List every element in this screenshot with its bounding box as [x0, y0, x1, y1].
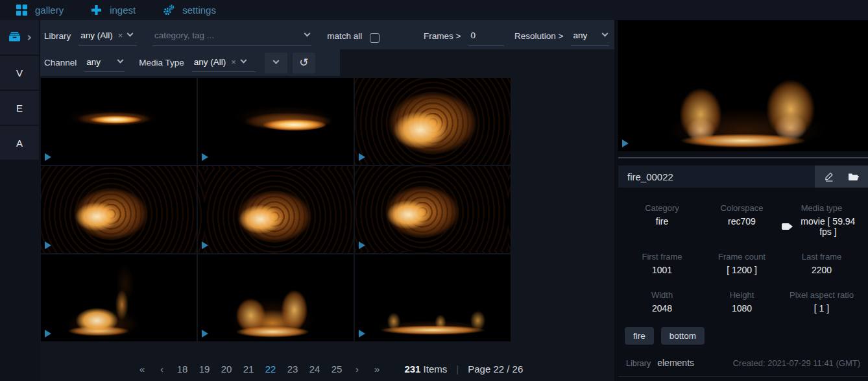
preview-player[interactable]: [618, 20, 868, 151]
nav-item-ingest[interactable]: ingest: [91, 5, 136, 16]
fire-thumbnail-image: [198, 78, 354, 165]
nav-label-settings: settings: [182, 5, 216, 16]
next-page-button[interactable]: ›: [356, 363, 359, 375]
field-label: Colorspace: [702, 203, 782, 213]
refresh-button[interactable]: ↺: [293, 53, 315, 73]
sidebar-item-a[interactable]: A: [0, 126, 39, 160]
metadata-field: Width2048: [622, 290, 702, 313]
filter-bar-row2: Channel any Media Type any (All) × ↺: [40, 49, 340, 76]
page-number[interactable]: 19: [198, 363, 211, 375]
frames-input-control[interactable]: [468, 31, 504, 46]
archive-icon: [8, 31, 21, 43]
play-icon: [202, 330, 208, 338]
nav-label-gallery: gallery: [35, 5, 64, 16]
metadata-grid: CategoryfireColorspacerec709Media typemo…: [618, 188, 868, 313]
match-all-checkbox[interactable]: [370, 33, 380, 43]
timeline-scrubber[interactable]: [618, 157, 868, 158]
field-label: Last frame: [782, 252, 862, 262]
folder-icon: [848, 172, 860, 182]
library-filter-label: Library: [44, 31, 71, 41]
media-type-select[interactable]: any (All) ×: [192, 57, 256, 72]
field-value: rec709: [702, 216, 782, 227]
page-number[interactable]: 22: [264, 363, 277, 375]
play-icon: [359, 330, 365, 338]
thumbnail[interactable]: [355, 166, 511, 253]
clear-icon[interactable]: ×: [231, 57, 236, 67]
asset-title-bar: fire_00022: [618, 166, 868, 188]
play-icon: [359, 241, 365, 249]
sidebar-item-v[interactable]: V: [0, 56, 39, 90]
more-filters-button[interactable]: [265, 53, 287, 73]
chevron-down-icon: [602, 31, 609, 37]
channel-select[interactable]: any: [84, 57, 125, 72]
field-label: First frame: [622, 252, 702, 262]
page-number[interactable]: 23: [286, 363, 299, 375]
tag-pill[interactable]: bottom: [661, 327, 705, 345]
fire-thumbnail-image: [41, 78, 197, 165]
library-select[interactable]: any (All) ×: [78, 31, 137, 46]
metadata-field: Height1080: [702, 290, 782, 313]
thumbnail[interactable]: [355, 254, 511, 341]
sidebar-item-e[interactable]: E: [0, 91, 39, 125]
page-number[interactable]: 24: [308, 363, 321, 375]
field-label: Frame count: [702, 252, 782, 262]
field-label: Width: [622, 290, 702, 300]
first-page-button[interactable]: «: [139, 363, 145, 375]
last-page-button[interactable]: »: [374, 363, 380, 375]
field-value: [ 1 ]: [782, 303, 862, 313]
media-type-filter-label: Media Type: [139, 58, 184, 68]
tag-search-control[interactable]: [152, 31, 311, 46]
open-folder-button[interactable]: [844, 167, 863, 186]
nav-item-gallery[interactable]: gallery: [16, 5, 64, 16]
field-value: 1001: [622, 265, 702, 275]
prev-page-button[interactable]: ‹: [160, 363, 163, 375]
items-count: 231 Items: [404, 363, 447, 375]
filter-bar-row1: Library any (All) × match all Frames > R…: [40, 20, 614, 49]
fire-thumbnail-image: [355, 166, 511, 253]
gears-icon: [163, 5, 175, 16]
fire-thumbnail-image: [198, 166, 354, 253]
thumbnail-grid: [41, 78, 511, 341]
thumbnail[interactable]: [41, 78, 197, 165]
resolution-select[interactable]: any: [571, 31, 609, 46]
play-icon: [45, 241, 51, 249]
chevron-down-icon: [117, 57, 124, 64]
field-value: movie [ 59.94 fps ]: [782, 216, 862, 237]
clear-icon[interactable]: ×: [118, 31, 123, 40]
play-icon: [622, 140, 629, 147]
thumbnail[interactable]: [355, 78, 511, 165]
play-icon: [202, 153, 208, 161]
edit-button[interactable]: [819, 167, 839, 186]
search-input[interactable]: [154, 31, 291, 40]
match-all-label: match all: [327, 31, 362, 41]
asset-title: fire_00022: [618, 171, 815, 182]
fire-thumbnail-image: [355, 78, 511, 165]
detail-panel: fire_00022 CategoryfireColorspacerec709M…: [614, 20, 868, 381]
tag-pill[interactable]: fire: [625, 327, 654, 345]
nav-item-settings[interactable]: settings: [163, 5, 216, 16]
page-number[interactable]: 20: [220, 363, 233, 375]
plus-icon: [91, 5, 102, 16]
chevron-down-icon: [272, 58, 279, 64]
channel-filter-label: Channel: [44, 58, 77, 68]
thumbnail[interactable]: [198, 78, 354, 165]
fire-thumbnail-image: [355, 254, 511, 341]
thumbnail[interactable]: [198, 166, 354, 253]
resolution-filter-label: Resolution >: [514, 31, 563, 41]
frames-input[interactable]: [470, 31, 499, 40]
field-label: Category: [622, 203, 702, 213]
page-numbers: 1819202122232425: [171, 363, 348, 375]
sidebar-item-library-drawer[interactable]: [0, 20, 39, 55]
library-label: Library: [626, 359, 651, 368]
pagination: « ‹ 1819202122232425 › » 231 Items | Pag…: [40, 363, 614, 375]
page-number[interactable]: 18: [176, 363, 189, 375]
page-number[interactable]: 25: [330, 363, 343, 375]
metadata-field: Colorspacerec709: [702, 203, 782, 237]
pencil-icon: [824, 171, 834, 182]
page-number[interactable]: 21: [242, 363, 255, 375]
thumbnail[interactable]: [41, 166, 197, 253]
expand-chevron-icon: [26, 34, 31, 40]
thumbnail[interactable]: [198, 254, 354, 341]
metadata-field: Last frame2200: [782, 252, 862, 275]
thumbnail[interactable]: [41, 254, 197, 341]
